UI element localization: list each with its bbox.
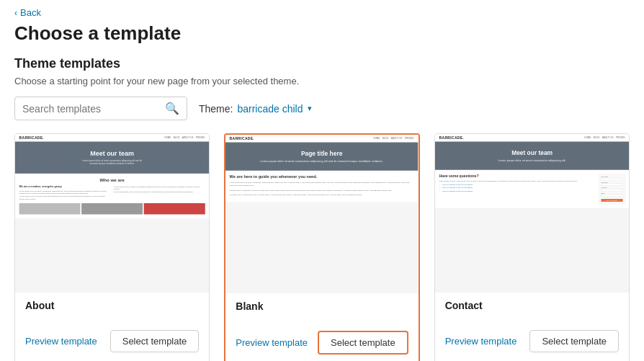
preview-link-contact[interactable]: Preview template <box>445 336 517 347</box>
template-card-about: BARRICADE. HOMEBLOGABOUT USPRICING Meet … <box>14 133 210 361</box>
theme-selector: Theme: barricade child ▾ <box>199 103 312 115</box>
theme-name[interactable]: barricade child <box>237 103 303 115</box>
template-card-blank: BARRICADE. HOMEBLOGABOUT USPRICING Page … <box>224 133 419 361</box>
preview-link-blank[interactable]: Preview template <box>236 337 308 348</box>
template-actions-contact: Preview template Select template <box>435 324 629 361</box>
section-desc: Choose a starting point for your new pag… <box>14 76 630 86</box>
theme-chevron-icon[interactable]: ▾ <box>308 104 312 113</box>
template-name-about: About <box>25 300 199 311</box>
select-button-blank[interactable]: Select template <box>318 331 408 355</box>
page-title: Choose a template <box>14 22 630 45</box>
search-box: 🔍 <box>14 97 187 120</box>
template-card-contact: BARRICADE. HOMEBLOGABOUT USPRICING Meet … <box>434 133 630 361</box>
template-info-contact: Contact <box>435 293 629 324</box>
back-link[interactable]: ‹ Back <box>14 7 630 18</box>
template-actions-blank: Preview template Select template <box>225 325 418 361</box>
template-preview-about: BARRICADE. HOMEBLOGABOUT USPRICING Meet … <box>15 134 209 293</box>
template-info-about: About <box>15 293 209 324</box>
template-name-contact: Contact <box>445 300 619 311</box>
template-actions-about: Preview template Select template <box>15 324 209 361</box>
search-input[interactable] <box>22 103 165 115</box>
template-info-blank: Blank <box>225 293 418 325</box>
preview-link-about[interactable]: Preview template <box>25 336 97 347</box>
template-preview-blank: BARRICADE. HOMEBLOGABOUT USPRICING Page … <box>225 135 418 293</box>
toolbar: 🔍 Theme: barricade child ▾ <box>14 97 630 120</box>
template-name-blank: Blank <box>236 300 408 312</box>
theme-label: Theme: <box>199 103 233 115</box>
search-icon[interactable]: 🔍 <box>165 102 179 115</box>
templates-grid: BARRICADE. HOMEBLOGABOUT USPRICING Meet … <box>14 133 630 361</box>
select-button-contact[interactable]: Select template <box>529 330 619 352</box>
chevron-left-icon: ‹ <box>14 8 17 18</box>
section-title: Theme templates <box>14 56 630 71</box>
template-preview-contact: BARRICADE. HOMEBLOGABOUT USPRICING Meet … <box>435 134 629 293</box>
back-label: Back <box>20 7 41 18</box>
select-button-about[interactable]: Select template <box>110 330 200 352</box>
page-container: ‹ Back Choose a template Theme templates… <box>0 0 644 361</box>
